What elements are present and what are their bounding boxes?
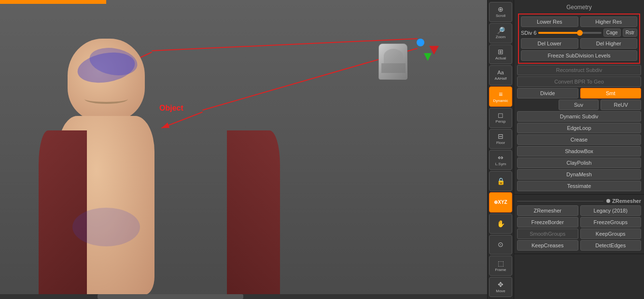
zoom-button[interactable]: 🔎 Zoom — [489, 23, 512, 43]
sdiv-slider-fill — [538, 32, 582, 34]
sdiv-slider-thumb — [577, 30, 583, 36]
lower-res-button[interactable]: Lower Res — [521, 16, 578, 27]
floor-label: Floor — [496, 141, 505, 145]
tessimate-button[interactable]: Tessimate — [517, 181, 641, 191]
move-label: Move — [496, 289, 505, 293]
freeze-border-row: FreezeBorder FreezeGroups — [517, 217, 641, 228]
dynamic-label: Dynamic — [493, 99, 508, 103]
persp-button[interactable]: ◻ Persp — [489, 108, 512, 128]
edgeloop-button[interactable]: EdgeLoop — [517, 123, 641, 133]
xyz-icon: ⊕XYZ — [494, 200, 507, 205]
frame-label: Frame — [495, 268, 506, 272]
sdiv-slider[interactable] — [538, 32, 601, 34]
top-bar — [0, 0, 106, 4]
keep-creases-button[interactable]: KeepCreases — [517, 240, 578, 251]
reconstruct-subdiv-button[interactable]: Reconstruct Subdiv — [517, 65, 641, 75]
crease-button[interactable]: Crease — [517, 134, 641, 145]
floor-icon: ⊟ — [498, 133, 504, 140]
actual-icon: ⊞ — [498, 48, 504, 55]
cage-button[interactable]: Cage — [603, 28, 621, 37]
right-panel: Geometry Lower Res Higher Res SDiv 6 Cag… — [514, 0, 644, 299]
dynamesh-button[interactable]: DynaMesh — [517, 169, 641, 180]
sdiv-row: SDiv 6 Cage Rstr — [521, 28, 637, 37]
move-button[interactable]: ✥ Move — [489, 277, 512, 297]
lsym-icon: ⇔ — [498, 154, 504, 161]
compass-icon: ⊙ — [498, 241, 504, 248]
keep-groups-button[interactable]: KeepGroups — [580, 228, 642, 239]
del-higher-button[interactable]: Del Higher — [580, 38, 638, 49]
scroll-icon: ⊕ — [498, 6, 504, 13]
dynamic-icon: ≡ — [499, 91, 503, 98]
freeze-subdivision-button[interactable]: Freeze SubDivision Levels — [521, 50, 637, 61]
hand-icon: ✋ — [497, 220, 505, 227]
zoom-icon: 🔎 — [497, 27, 505, 34]
aahalf-icon: Aa — [497, 70, 504, 75]
lock-icon: 🔒 — [497, 178, 505, 185]
zremesher-section: ZRemesher ZRemesher Legacy (2018) Freeze… — [514, 195, 644, 254]
aahalf-button[interactable]: Aa AAHalf — [489, 65, 512, 85]
xyz-button[interactable]: ⊕XYZ — [489, 192, 512, 213]
compass-button[interactable]: ⊙ — [489, 235, 512, 255]
reuv-button[interactable]: ReUV — [601, 100, 641, 110]
floor-button[interactable]: ⊟ Floor — [489, 129, 512, 149]
persp-icon: ◻ — [498, 112, 504, 118]
dynamic-subdiv-button[interactable]: Dynamic Subdiv — [517, 111, 641, 122]
freeze-groups-button[interactable]: FreezeGroups — [580, 217, 642, 228]
detect-edges-button[interactable]: DetectEdges — [580, 240, 642, 251]
res-row: Lower Res Higher Res — [521, 16, 637, 27]
zremesher-dot — [606, 199, 610, 203]
zremesher-row: ZRemesher Legacy (2018) — [517, 205, 641, 216]
spacer — [517, 100, 557, 110]
higher-res-button[interactable]: Higher Res — [580, 16, 638, 27]
right-toolbar: ⊕ Scroll 🔎 Zoom ⊞ Actual Aa AAHalf ≡ Dyn… — [487, 0, 514, 299]
geometry-panel: Lower Res Higher Res SDiv 6 Cage Rstr De… — [518, 14, 640, 64]
lock-button[interactable]: 🔒 — [489, 171, 512, 191]
sdiv-label: SDiv 6 — [521, 30, 536, 36]
lsym-label: L.Sym — [495, 162, 506, 166]
zremesher-button[interactable]: ZRemesher — [517, 205, 578, 216]
scroll-button[interactable]: ⊕ Scroll — [489, 2, 512, 22]
zremesher-header: ZRemesher — [612, 198, 641, 204]
scroll-label: Scroll — [496, 14, 505, 18]
del-row: Del Lower Del Higher — [521, 38, 637, 49]
suv-row: Suv ReUV — [517, 100, 641, 110]
head-model-3d — [378, 43, 407, 80]
dynamic-button[interactable]: ≡ Dynamic — [489, 86, 512, 107]
hand-button[interactable]: ✋ — [489, 214, 512, 234]
keep-creases-row: KeepCreases DetectEdges — [517, 240, 641, 251]
divide-button[interactable]: Divide — [517, 88, 578, 99]
smooth-groups-row: SmoothGroups KeepGroups — [517, 228, 641, 239]
shadowbox-button[interactable]: ShadowBox — [517, 146, 641, 157]
actual-label: Actual — [495, 56, 506, 60]
freeze-border-button[interactable]: FreezeBorder — [517, 217, 578, 228]
convert-bpr-button[interactable]: Convert BPR To Geo — [517, 76, 641, 87]
geometry-header: Geometry — [517, 2, 641, 13]
scrollbar-thumb[interactable] — [98, 294, 244, 299]
divide-row: Divide Smt — [517, 88, 641, 99]
persp-label: Persp — [496, 119, 506, 124]
legacy-2018-button[interactable]: Legacy (2018) — [580, 205, 642, 216]
character-figure — [39, 24, 319, 295]
suv-button[interactable]: Suv — [559, 100, 599, 110]
del-lower-button[interactable]: Del Lower — [521, 38, 578, 49]
viewport[interactable]: Body Object — [0, 0, 487, 299]
orient-arrow-red — [429, 46, 439, 55]
move-icon: ✥ — [498, 281, 504, 288]
lsym-button[interactable]: ⇔ L.Sym — [489, 150, 512, 170]
frame-button[interactable]: ⬚ Frame — [489, 256, 512, 276]
smooth-groups-button[interactable]: SmoothGroups — [517, 228, 578, 239]
claypolish-button[interactable]: ClayPolish — [517, 157, 641, 168]
geometry-section: Geometry Lower Res Higher Res SDiv 6 Cag… — [514, 0, 644, 195]
frame-icon: ⬚ — [498, 260, 504, 267]
actual-button[interactable]: ⊞ Actual — [489, 44, 512, 65]
rstr-button[interactable]: Rstr — [623, 28, 637, 37]
aahalf-label: AAHalf — [495, 76, 507, 81]
orient-dot-blue — [417, 39, 424, 46]
smt-button[interactable]: Smt — [580, 88, 642, 99]
zoom-label: Zoom — [496, 35, 505, 39]
viewport-scrollbar[interactable] — [0, 294, 487, 299]
zremesher-divider: ZRemesher — [517, 198, 641, 204]
